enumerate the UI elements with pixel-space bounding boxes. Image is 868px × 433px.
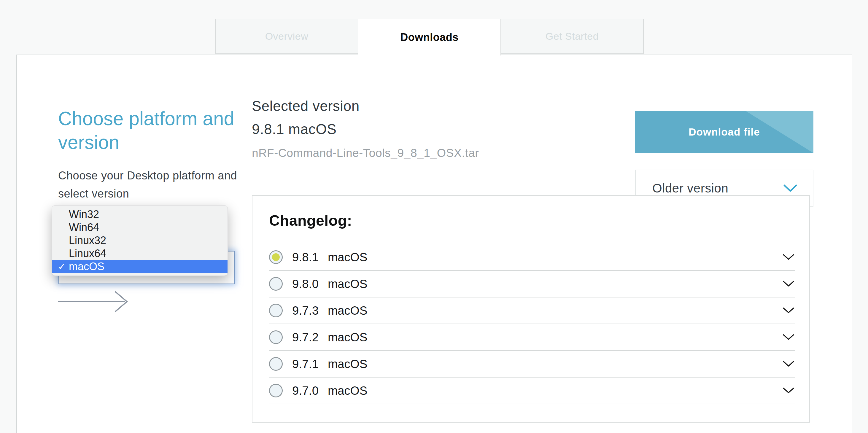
changelog-row-9-7-2: 9.7.2 macOS bbox=[269, 324, 795, 351]
version-number: 9.8.0 bbox=[292, 277, 328, 291]
tab-overview-label: Overview bbox=[265, 31, 309, 42]
tab-overview[interactable]: Overview bbox=[215, 19, 359, 54]
older-version-label: Older version bbox=[652, 181, 783, 195]
platform-option-label: Win32 bbox=[69, 208, 99, 221]
version-radio[interactable] bbox=[269, 384, 283, 397]
version-radio[interactable] bbox=[269, 277, 283, 291]
expand-chevron-down-icon[interactable] bbox=[779, 277, 795, 290]
tab-get-started[interactable]: Get Started bbox=[500, 19, 644, 54]
tab-downloads-label: Downloads bbox=[400, 31, 459, 43]
version-platform: macOS bbox=[328, 304, 367, 317]
platform-option-linux32[interactable]: Linux32 bbox=[52, 234, 227, 247]
tab-bar: Overview Downloads Get Started bbox=[215, 19, 644, 56]
version-platform: macOS bbox=[328, 251, 367, 264]
selected-version-filename: nRF-Command-Line-Tools_9_8_1_OSX.tar bbox=[252, 147, 479, 160]
right-arrow-icon bbox=[58, 290, 129, 315]
selected-version-value: 9.8.1 macOS bbox=[252, 121, 337, 137]
tab-downloads[interactable]: Downloads bbox=[358, 19, 501, 56]
version-radio[interactable] bbox=[269, 330, 283, 344]
version-radio[interactable] bbox=[269, 357, 283, 371]
platform-option-label: Linux32 bbox=[69, 234, 106, 247]
platform-option-label: Win64 bbox=[69, 221, 99, 234]
download-file-label: Download file bbox=[688, 126, 760, 138]
version-number: 9.8.1 bbox=[292, 251, 328, 264]
version-radio[interactable] bbox=[269, 304, 283, 317]
version-platform: macOS bbox=[328, 384, 367, 397]
platform-option-macos[interactable]: ✓ macOS bbox=[52, 260, 227, 273]
version-platform: macOS bbox=[328, 358, 367, 371]
version-radio[interactable] bbox=[269, 250, 283, 264]
check-icon: ✓ bbox=[58, 261, 69, 272]
platform-option-win64[interactable]: Win64 bbox=[52, 221, 227, 234]
chevron-down-icon bbox=[783, 184, 797, 192]
expand-chevron-down-icon[interactable] bbox=[779, 304, 795, 317]
version-platform: macOS bbox=[328, 331, 367, 344]
changelog-panel: Changelog: 9.8.1 macOS 9.8.0 macOS bbox=[252, 195, 810, 423]
changelog-row-9-8-1: 9.8.1 macOS bbox=[269, 244, 795, 271]
expand-chevron-down-icon[interactable] bbox=[779, 251, 795, 264]
tab-get-started-label: Get Started bbox=[546, 31, 599, 42]
platform-option-label: macOS bbox=[69, 260, 104, 273]
version-number: 9.7.1 bbox=[292, 358, 328, 371]
version-number: 9.7.3 bbox=[292, 304, 328, 317]
download-file-button[interactable]: Download file bbox=[635, 111, 813, 153]
expand-chevron-down-icon[interactable] bbox=[779, 331, 795, 344]
changelog-row-9-8-0: 9.8.0 macOS bbox=[269, 271, 795, 298]
expand-chevron-down-icon[interactable] bbox=[779, 358, 795, 370]
version-number: 9.7.0 bbox=[292, 384, 328, 397]
expand-chevron-down-icon[interactable] bbox=[779, 384, 795, 397]
platform-dropdown-popup: Win32 Win64 Linux32 Linux64 ✓ macOS bbox=[52, 205, 228, 276]
page-description: Choose your Desktop platform and select … bbox=[58, 167, 248, 203]
platform-option-label: Linux64 bbox=[69, 247, 106, 260]
platform-option-linux64[interactable]: Linux64 bbox=[52, 247, 227, 260]
changelog-heading: Changelog: bbox=[269, 212, 352, 229]
version-platform: macOS bbox=[328, 277, 367, 291]
changelog-row-9-7-1: 9.7.1 macOS bbox=[269, 351, 795, 377]
platform-option-win32[interactable]: Win32 bbox=[52, 208, 227, 221]
page-title: Choose platform and version bbox=[58, 107, 239, 154]
version-number: 9.7.2 bbox=[292, 331, 328, 344]
changelog-row-9-7-0: 9.7.0 macOS bbox=[269, 377, 795, 404]
changelog-row-9-7-3: 9.7.3 macOS bbox=[269, 298, 795, 324]
changelog-rows: 9.8.1 macOS 9.8.0 macOS 9.7.3 macOS bbox=[269, 244, 795, 404]
page: Overview Downloads Get Started Choose pl… bbox=[0, 0, 868, 433]
selected-version-title: Selected version bbox=[252, 98, 360, 114]
